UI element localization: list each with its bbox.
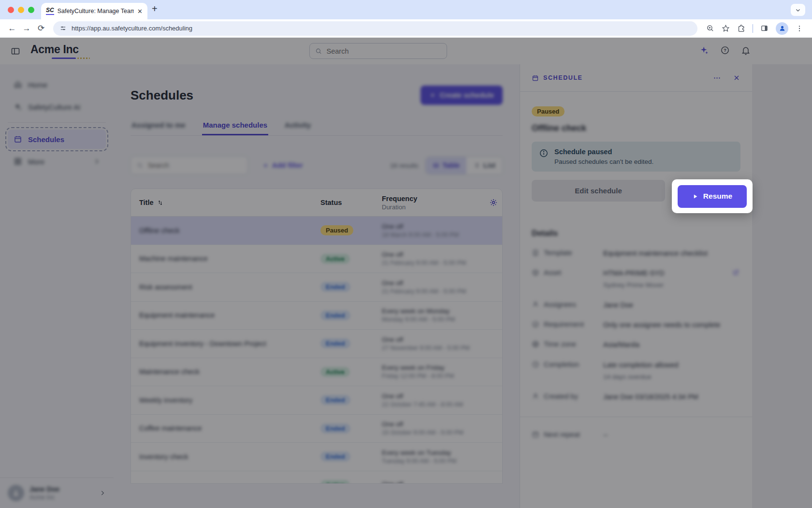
detail-row-requirement: Requirement Only one assignee needs to c…: [532, 320, 740, 329]
table-row[interactable]: Inventory check Ended Every week on Tues…: [131, 443, 502, 471]
side-panel-icon[interactable]: [760, 24, 768, 32]
toolbar-divider: [753, 24, 753, 33]
new-tab-button[interactable]: +: [152, 3, 158, 15]
browser-menu-icon[interactable]: [796, 25, 803, 32]
schedule-title: Offline check: [139, 227, 320, 234]
address-bar[interactable]: https://app.au.safetyculture.com/schedul…: [53, 21, 697, 36]
schedules-table: Title Status Frequency Duration: [130, 189, 503, 484]
view-table-button[interactable]: Table: [426, 157, 467, 174]
table-header: Title Status Frequency Duration: [131, 189, 502, 217]
tab-activity[interactable]: Activity: [284, 117, 312, 135]
header-actions: ?: [699, 45, 751, 55]
banner-title: Schedule paused: [554, 148, 653, 156]
help-icon[interactable]: ?: [720, 45, 730, 55]
sidebar-divider: [8, 122, 106, 123]
panel-menu-icon[interactable]: [713, 74, 721, 82]
banner-body: Paused schedules can't be edited.: [554, 158, 653, 165]
maximize-window-button[interactable]: [28, 7, 34, 13]
tab-close-icon[interactable]: ✕: [137, 8, 143, 15]
status-badge: Ended: [320, 338, 350, 348]
detail-row-completion: Completion Late completion allowed 14 da…: [532, 361, 740, 381]
close-icon[interactable]: [733, 74, 740, 82]
calendar-icon: [532, 431, 539, 438]
close-window-button[interactable]: [8, 7, 14, 13]
schedule-title: Coffee maintenance: [139, 424, 320, 432]
sidebar-item-label: SafetyCulture AI: [28, 103, 80, 111]
sidebar-item-safetyculture-ai[interactable]: SafetyCulture AI: [8, 97, 106, 116]
schedule-details-panel: SCHEDULE Paused Offline check Schedule p…: [520, 64, 752, 508]
sidebar-item-home[interactable]: Home: [8, 75, 106, 94]
paused-info-banner: Schedule paused Paused schedules can't b…: [532, 142, 740, 172]
schedules-tabs: Assigned to me Manage schedules Activity: [130, 117, 503, 136]
tab-search-button[interactable]: [791, 4, 805, 16]
detail-row-timezone: Time zone Asia/Manila: [532, 340, 740, 349]
table-row[interactable]: Active One off: [131, 471, 502, 484]
resume-button[interactable]: Resume: [678, 185, 747, 208]
notifications-bell-icon[interactable]: [741, 45, 751, 55]
toolbar-actions: [703, 22, 806, 35]
global-search-input[interactable]: [309, 43, 447, 59]
table-row[interactable]: Risk assessment Ended One off21 February…: [131, 273, 502, 302]
schedule-title: Equipment Inventory - Downtown Project: [139, 340, 320, 348]
edit-schedule-button[interactable]: Edit schedule: [532, 180, 665, 202]
open-asset-icon[interactable]: [732, 269, 740, 276]
table-search-input[interactable]: [130, 156, 248, 174]
logo-underline-yellow: [77, 58, 90, 59]
sidebar-item-label: Home: [28, 81, 47, 89]
sparkle-icon: [14, 102, 22, 111]
column-header-frequency: Frequency Duration: [382, 195, 489, 211]
tab-assigned-to-me[interactable]: Assigned to me: [130, 117, 187, 135]
browser-tab[interactable]: SC SafetyCulture: Manage Teams and... ✕: [41, 3, 147, 19]
sidebar-item-schedules[interactable]: Schedules: [8, 130, 106, 149]
browser-window: SC SafetyCulture: Manage Teams and... ✕ …: [0, 0, 812, 508]
view-list-button[interactable]: List: [466, 157, 502, 174]
ai-sparkle-icon[interactable]: [699, 45, 709, 55]
status-badge: Ended: [320, 395, 350, 405]
table-row[interactable]: Offline check Paused One off18 March 9:0…: [131, 217, 502, 245]
home-icon: [14, 80, 22, 89]
table-row[interactable]: Machine maintenance Active One off21 Feb…: [131, 245, 502, 274]
sidebar-toggle-icon[interactable]: [11, 46, 20, 56]
minimize-window-button[interactable]: [18, 7, 24, 13]
page-background-strip: [752, 64, 812, 508]
forward-button[interactable]: →: [20, 24, 33, 33]
sidebar-item-more[interactable]: More: [8, 152, 106, 171]
table-row[interactable]: Weekly inventory Ended One off22 October…: [131, 386, 502, 415]
schedule-title: Risk assessment: [139, 283, 320, 291]
panel-header: SCHEDULE: [520, 64, 752, 92]
zoom-icon[interactable]: [706, 24, 714, 32]
sort-icon: [157, 200, 163, 206]
calendar-icon: [14, 135, 22, 144]
status-badge: Ended: [320, 423, 350, 434]
safetyculture-favicon: SC: [46, 7, 54, 15]
info-icon: [539, 148, 549, 158]
column-settings-gear-icon[interactable]: [489, 198, 502, 207]
tab-manage-schedules[interactable]: Manage schedules: [202, 117, 268, 135]
global-search-field[interactable]: [327, 47, 441, 55]
details-heading: Details: [532, 229, 740, 238]
search-icon: [137, 162, 143, 169]
sidebar-item-label: Schedules: [28, 135, 64, 144]
panel-type-label: SCHEDULE: [532, 74, 583, 82]
extensions-icon[interactable]: [737, 24, 745, 32]
table-row[interactable]: Equipment Inventory - Downtown Project E…: [131, 330, 502, 358]
back-button[interactable]: ←: [6, 24, 18, 33]
bookmark-star-icon[interactable]: [722, 24, 730, 32]
detail-row-asset: Asset HTMA-PRIME-SYD Sydney Prime Mover: [532, 269, 740, 290]
reload-button[interactable]: ⟳: [35, 23, 47, 33]
column-header-status: Status: [320, 199, 382, 206]
column-header-title[interactable]: Title: [139, 199, 320, 206]
chevron-right-icon: [93, 158, 100, 165]
table-search-field[interactable]: [147, 161, 242, 169]
detail-row-template: Template Equipment maintenance checklist: [532, 249, 740, 258]
sidebar-user[interactable]: Jane Doe Acme Inc: [0, 478, 114, 508]
add-filter-button[interactable]: Add filter: [262, 161, 303, 169]
table-row[interactable]: Coffee maintenance Ended One off15 Octob…: [131, 415, 502, 443]
browser-profile-avatar[interactable]: [776, 22, 788, 35]
table-row[interactable]: Equipment maintenance Ended Every week o…: [131, 302, 502, 330]
detail-row-next-repeat: Next repeat --: [532, 431, 740, 439]
clock-icon: [532, 361, 539, 368]
table-row[interactable]: Maintenance check Active Every week on F…: [131, 358, 502, 387]
create-schedule-button[interactable]: Create schedule: [420, 86, 503, 105]
schedule-title: Inventory check: [139, 453, 320, 461]
